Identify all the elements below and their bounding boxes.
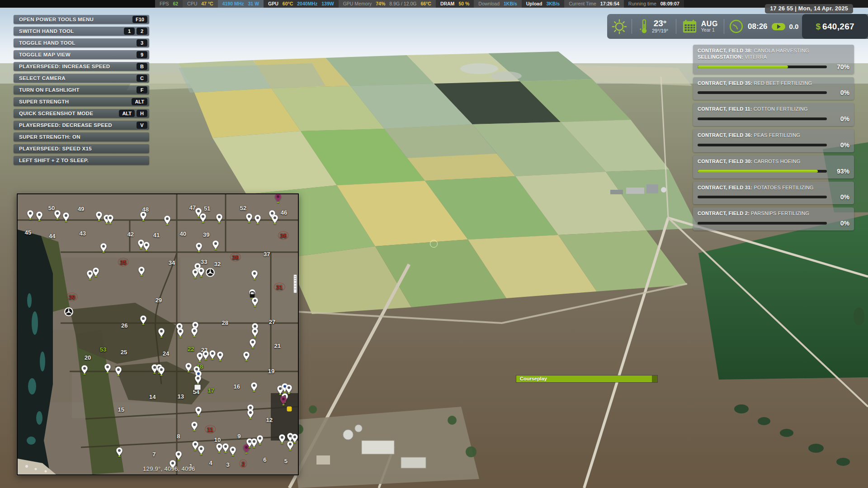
shortcut-item: PLAYERSPEED: INCREASE SPEEDB [14,62,149,71]
map-pin [194,375,202,385]
shortcut-keys: B [135,63,147,70]
map-pin [251,297,259,307]
progress-track [698,66,827,68]
contract-title: CONTRACT, FIELD 11: COTTON FERTILIZING [698,106,849,113]
map-pin [212,240,219,250]
stat-value: 50 % [458,0,469,8]
shortcut-label: SUPER STRENGTH: ON [19,134,80,140]
contract-progress-row: 70% [698,63,849,70]
progress-fill [698,170,818,173]
map-pin [62,212,70,222]
stat-value: 17:26:54 [600,0,619,8]
map-marker-sign [293,274,297,293]
system-bar: FPS62CPU47 °C4190 MHz31 WGPU60°C2040MHz1… [0,0,868,8]
map-pin [195,243,203,253]
shortcut-label: TOGGLE MAP VIEW [19,52,71,57]
map-pin [164,215,171,225]
system-stat: Download1KB/s [474,0,521,8]
stat-value: 66°C [420,0,431,8]
key-badge: ALT [132,98,147,105]
map-pin [243,352,250,361]
map-pin [175,451,182,461]
contract-progress-row: 0% [698,220,849,227]
stat-value: 31 W [248,0,259,8]
stat-label: CPU [187,0,197,8]
map-marker-yellow [286,406,292,412]
minimap[interactable]: 5049484751524645444342414039363534333238… [17,193,299,475]
speed-pill [772,23,785,30]
progress-track [698,144,827,146]
contract-progress-row: 93% [698,168,849,175]
stat-value: 8.9G / 12.0G [389,0,416,8]
crosshair-reticle [430,240,438,248]
map-pin [217,352,224,361]
shortcut-item: SUPER STRENGTHALT [14,97,149,106]
shortcut-keys: ALTH [117,110,147,117]
temperature-range: 29°/19° [652,28,668,34]
shortcut-item: SWITCH HAND TOOL12 [14,27,149,36]
progress-percent: 0% [830,193,849,201]
clock-icon [729,19,744,34]
contract-card: CONTRACT, FIELD 2: PARSNIPS FERTILIZING0… [693,207,854,230]
stat-label: FPS [160,0,169,8]
contract-title: CONTRACT, FIELD 2: PARSNIPS FERTILIZING [698,211,849,217]
stat-label: Current Time [569,0,596,8]
map-pin [143,242,150,252]
shortcut-label: TOGGLE HAND TOOL [19,40,75,46]
contract-progress-row: 0% [698,89,849,96]
key-badge: V [137,122,147,129]
key-badge: 9 [137,51,147,58]
shortcut-item: TOGGLE MAP VIEW9 [14,50,149,59]
contract-card: CONTRACT, FIELD 36: PEAS FERTILIZING0% [693,129,854,152]
progress-fill [698,66,788,68]
stat-label: GPU Memory [343,0,372,8]
map-pin [158,328,165,338]
map-pin [229,446,236,456]
map-pin [138,266,145,276]
progress-track [698,91,827,94]
shortcut-label: PLAYERSPEED: INCREASE SPEED [19,64,110,69]
stat-label: GPU [268,0,278,8]
shortcuts-menu: OPEN POWER TOOLS MENUF10SWITCH HAND TOOL… [14,15,149,168]
stat-value: 74% [376,0,385,8]
contract-title: CONTRACT, FIELD 31: POTATOES FERTILIZING [698,185,849,191]
contract-progress-row: 0% [698,141,849,149]
sun-icon [611,18,628,35]
shortcut-label: OPEN POWER TOOLS MENU [19,17,94,22]
thermometer-icon [639,19,649,34]
progress-percent: 0% [830,115,849,122]
contract-card: CONTRACT, FIELD 11: COTTON FERTILIZING0% [693,103,854,126]
map-pin [116,447,123,457]
progress-track [698,170,827,173]
map-pin [256,435,264,445]
shortcut-keys: V [135,122,147,129]
key-badge: H [137,110,147,117]
shortcut-keys: 12 [122,28,147,35]
stat-value: 2040MHz [297,0,317,8]
shortcut-item: PLAYERSPEED: SPEED X15 [14,144,149,153]
map-pin [54,210,61,220]
shortcut-item: SUPER STRENGTH: ON [14,132,149,141]
shortcut-keys: F10 [131,16,147,23]
system-stat: DRAM50 % [436,0,474,8]
system-stat: CPU47 °C [183,0,218,8]
stat-value: 60°C [283,0,293,8]
system-stat: FPS62 [155,0,183,8]
stat-value: 62 [173,0,178,8]
progress-track [698,222,827,225]
courseplay-label: Courseplay [520,375,547,382]
map-pin [27,210,34,220]
shortcut-keys: F [135,86,147,94]
shortcut-keys: 9 [135,51,147,58]
key-badge: C [137,75,147,82]
system-stat: Running time08:09:07 [624,0,684,8]
contract-subtitle: SELLINGSTATION: VITERRA [698,54,849,61]
shortcut-keys: 3 [135,39,147,47]
stat-value: 08:09:07 [660,0,679,8]
key-badge: 2 [137,28,147,35]
shortcut-item: LEFT SHIFT + Z TO SLEEP. [14,156,149,165]
progress-track [698,117,827,120]
shortcut-label: LEFT SHIFT + Z TO SLEEP. [19,158,89,163]
map-pin [251,270,258,280]
system-bar-segments: FPS62CPU47 °C4190 MHz31 WGPU60°C2040MHz1… [155,0,684,8]
